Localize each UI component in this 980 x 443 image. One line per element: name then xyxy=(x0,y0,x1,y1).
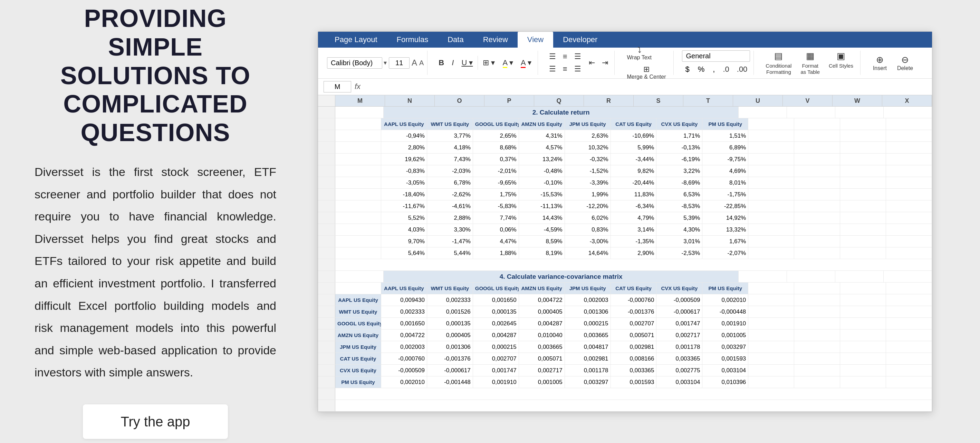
cell-empty-h9[interactable] xyxy=(794,118,840,130)
cov-row-label-5: JPM US Equity xyxy=(335,341,381,352)
data-row-5: -3,05% 6,78% -9,65% -0,10% -3,39% -20,44… xyxy=(318,177,932,189)
tab-formulas[interactable]: Formulas xyxy=(387,32,438,48)
cond-format-label: Conditional Formatting xyxy=(765,63,791,75)
cov-row-1: AAPL US Equity 0,009430 0,002333 0,00165… xyxy=(318,294,932,306)
cov-col-googl: GOOGL US Equity xyxy=(473,283,519,294)
cell-empty-2[interactable] xyxy=(739,106,787,118)
font-color-button[interactable]: A ▾ xyxy=(518,57,534,69)
font-dropdown-icon[interactable]: ▾ xyxy=(383,59,387,67)
spreadsheet: M N O P Q R S T U V W X 2. Cal xyxy=(318,95,932,411)
cell-d1-9[interactable] xyxy=(748,130,794,141)
align-group: ☰ ≡ ☰ ☰ ≡ ☰ ⇤ ⇥ xyxy=(543,51,615,75)
merge-center-button[interactable]: ⊞ Merge & Center xyxy=(623,64,670,81)
currency-format-button[interactable]: $ xyxy=(682,63,692,76)
align-bottom-center-button[interactable]: ≡ xyxy=(560,63,570,75)
cell-d1-12[interactable] xyxy=(886,130,932,141)
tab-developer[interactable]: Developer xyxy=(553,32,607,48)
italic-button[interactable]: I xyxy=(449,57,457,69)
delete-button[interactable]: ⊖ Delete xyxy=(893,54,917,72)
indent-increase-button[interactable]: ⇥ xyxy=(599,57,611,69)
increase-decimal-button[interactable]: .0 xyxy=(720,64,732,75)
font-name-box[interactable]: Calibri (Body) xyxy=(327,57,382,69)
cell-empty-3[interactable] xyxy=(787,106,835,118)
conditional-format-group: ▤ Conditional Formatting ▦ Format as Tab… xyxy=(762,49,857,76)
page-wrapper: PROVIDING SIMPLE SOLUTIONS TO COMPLICATE… xyxy=(0,0,980,443)
cell-d1-4[interactable]: 4,31% xyxy=(519,130,565,141)
cell-d1-3[interactable]: 2,65% xyxy=(473,130,519,141)
cell-d1-0[interactable] xyxy=(335,130,381,141)
cell-d1-7[interactable]: 1,71% xyxy=(657,130,702,141)
data-row-6: -18,40% -2,62% 1,75% -15,53% 1,99% 11,83… xyxy=(318,189,932,200)
tab-view[interactable]: View xyxy=(518,32,553,48)
row-num-2 xyxy=(318,118,335,130)
font-shrink-icon[interactable]: A xyxy=(419,59,424,67)
border-button[interactable]: ⊞ ▾ xyxy=(480,57,498,69)
cond-format-icon: ▤ xyxy=(774,51,783,62)
cell-empty-h8[interactable] xyxy=(748,118,794,130)
formula-input[interactable] xyxy=(364,83,926,91)
cell-d1-5[interactable]: 2,63% xyxy=(565,130,611,141)
align-top-right-button[interactable]: ☰ xyxy=(571,51,584,62)
cell-empty-1[interactable] xyxy=(335,106,383,118)
indent-decrease-button[interactable]: ⇤ xyxy=(586,57,598,69)
cell-d1-10[interactable] xyxy=(794,130,840,141)
comma-format-button[interactable]: , xyxy=(710,63,718,76)
cell-d1-11[interactable] xyxy=(840,130,886,141)
try-app-button[interactable]: Try the app xyxy=(83,404,228,439)
col-amzn-header: AMZN US Equity xyxy=(519,118,565,130)
col-wmt-header: WMT US Equity xyxy=(427,118,473,130)
align-top-left-button[interactable]: ☰ xyxy=(546,51,559,62)
align-bottom-left-button[interactable]: ☰ xyxy=(546,63,559,75)
format-as-table-button[interactable]: ▦ Format as Table xyxy=(797,49,823,76)
main-title: PROVIDING SIMPLE SOLUTIONS TO COMPLICATE… xyxy=(35,4,276,147)
row-num-3 xyxy=(318,130,335,141)
cov-row-label-1: AAPL US Equity xyxy=(335,294,381,306)
insert-label: Insert xyxy=(873,65,887,71)
fill-color-button[interactable]: A ▾ xyxy=(500,57,516,69)
font-grow-icon[interactable]: A xyxy=(412,58,417,68)
number-format-box[interactable]: General xyxy=(682,50,750,62)
merge-center-label: Merge & Center xyxy=(627,74,666,80)
cell-reference-box[interactable]: M xyxy=(323,81,351,92)
merge-icon: ⊞ xyxy=(643,65,649,74)
section2-header-row: 2. Calculate return xyxy=(318,106,932,118)
underline-button[interactable]: U ▾ xyxy=(458,57,476,69)
cov-col-cvx: CVX US Equity xyxy=(657,283,702,294)
align-bottom-right-button[interactable]: ☰ xyxy=(571,63,584,75)
percent-format-button[interactable]: % xyxy=(695,63,708,76)
col-cvx-header: CVX US Equity xyxy=(657,118,702,130)
bold-button[interactable]: B xyxy=(436,57,447,69)
cov-col-jpm: JPM US Equity xyxy=(565,283,611,294)
conditional-formatting-button[interactable]: ▤ Conditional Formatting xyxy=(762,49,795,76)
cell-styles-button[interactable]: ▣ Cell Styles xyxy=(825,49,857,76)
cell-empty-4[interactable] xyxy=(835,106,884,118)
cell-empty-5[interactable] xyxy=(884,106,932,118)
cov-col-aapl: AAPL US Equity xyxy=(381,283,427,294)
font-size-box[interactable]: 11 xyxy=(389,57,410,69)
wrap-text-icon: ⤵ xyxy=(638,46,641,54)
section4-label-cell: 4. Calculate variance-covariance matrix xyxy=(383,271,739,282)
cov-row-label-8: PM US Equity xyxy=(335,376,381,388)
cell-d1-1[interactable]: -0,94% xyxy=(381,130,427,141)
decrease-decimal-button[interactable]: .00 xyxy=(734,64,750,75)
cov-col-wmt: WMT US Equity xyxy=(427,283,473,294)
cell-empty-h11[interactable] xyxy=(886,118,932,130)
wrap-merge-group: ⤵ Wrap Text ⊞ Merge & Center xyxy=(619,51,674,75)
cell-d1-8[interactable]: 1,51% xyxy=(702,130,748,141)
wrap-text-button[interactable]: ⤵ Wrap Text xyxy=(623,44,656,62)
tab-page-layout[interactable]: Page Layout xyxy=(325,32,387,48)
cell-empty-h0[interactable] xyxy=(335,118,381,130)
cov-row-label-7: CVX US Equity xyxy=(335,365,381,376)
row-num-1 xyxy=(318,106,335,118)
align-top-center-button[interactable]: ≡ xyxy=(560,51,570,62)
cell-empty-h10[interactable] xyxy=(840,118,886,130)
cell-d1-2[interactable]: 3,77% xyxy=(427,130,473,141)
col-header-O: O xyxy=(435,95,484,106)
insert-button[interactable]: ⊕ Insert xyxy=(869,54,891,72)
data-row-9: 4,03% 3,30% 0,06% -4,59% 0,83% 3,14% 4,3… xyxy=(318,224,932,236)
tab-data[interactable]: Data xyxy=(438,32,473,48)
cov-row-label-4: AMZN US Equity xyxy=(335,329,381,341)
cell-d1-6[interactable]: -10,69% xyxy=(611,130,657,141)
divider1 xyxy=(477,56,478,70)
tab-review[interactable]: Review xyxy=(473,32,518,48)
